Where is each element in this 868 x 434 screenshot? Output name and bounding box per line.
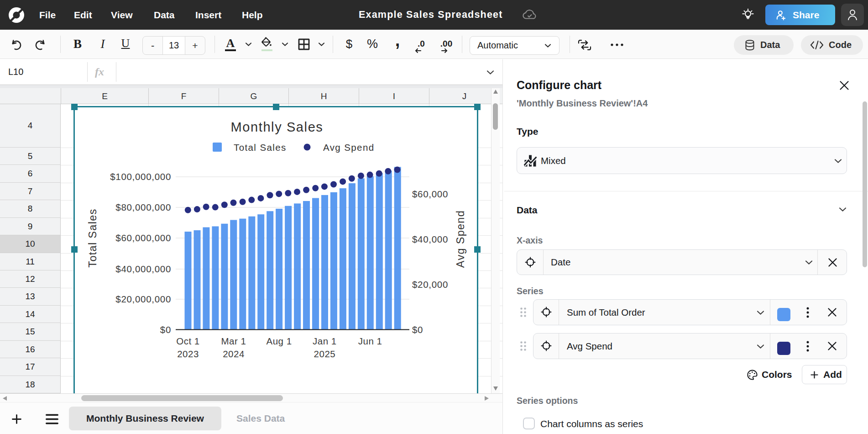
svg-text:Total Sales: Total Sales (87, 208, 99, 267)
svg-text:Avg Spend: Avg Spend (455, 210, 466, 268)
svg-text:2024: 2024 (223, 349, 245, 359)
svg-text:2023: 2023 (177, 349, 199, 359)
svg-text:$40,000: $40,000 (412, 234, 448, 244)
svg-text:Total Sales: Total Sales (234, 142, 287, 153)
svg-text:$100,000,000: $100,000,000 (110, 171, 171, 182)
svg-text:$60,000: $60,000 (412, 189, 448, 199)
svg-text:Avg Spend: Avg Spend (323, 142, 375, 153)
svg-text:$0: $0 (412, 324, 423, 335)
svg-text:$60,000,000: $60,000,000 (115, 233, 171, 243)
svg-text:$0: $0 (160, 324, 171, 335)
svg-text:Oct 1: Oct 1 (176, 336, 200, 346)
svg-text:$80,000,000: $80,000,000 (115, 202, 171, 212)
svg-text:Monthly Sales: Monthly Sales (231, 120, 324, 134)
svg-text:Mar 1: Mar 1 (221, 336, 246, 346)
svg-text:Jun 1: Jun 1 (358, 336, 382, 346)
svg-text:$20,000: $20,000 (412, 279, 448, 290)
svg-text:Jan 1: Jan 1 (313, 336, 337, 346)
svg-text:Aug 1: Aug 1 (267, 336, 292, 346)
svg-text:2025: 2025 (314, 349, 336, 359)
svg-text:$20,000,000: $20,000,000 (115, 294, 171, 304)
svg-text:$40,000,000: $40,000,000 (115, 264, 171, 274)
